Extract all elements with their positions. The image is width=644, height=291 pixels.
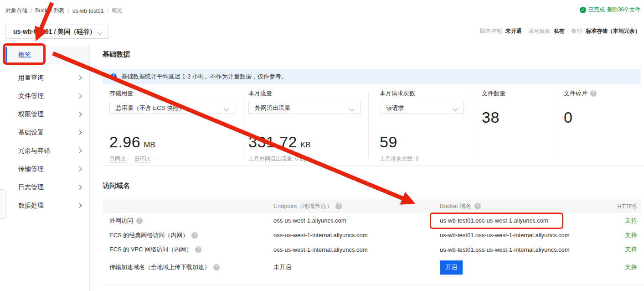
col-https: HTTPS <box>595 203 641 210</box>
sidebar-item-files[interactable]: 文件管理 <box>0 87 89 105</box>
sidebar-item-overview[interactable]: 概览 <box>0 46 89 64</box>
chevron-right-icon <box>77 76 81 80</box>
row-label: 外网访问 <box>109 217 133 225</box>
chevron-down-icon <box>225 106 229 110</box>
footnote-value: -- <box>127 156 131 162</box>
card-footnote: 月同比 -- 日环比 -- <box>109 155 235 163</box>
sidebar-item-label: 文件管理 <box>18 92 44 100</box>
sidebar-item-label: 概览 <box>18 51 31 59</box>
collapsed-panel-handle[interactable] <box>0 189 6 218</box>
bucket-domain-value: us-wb-test01.oss-us-west-1-internal.aliy… <box>440 246 595 253</box>
meta-label-acl: 读写权限 <box>528 27 550 35</box>
row-label: ECS 的经典网络访问（内网） <box>109 231 188 239</box>
bucket-selector[interactable]: us-wb-test01 / 美国（硅谷） <box>5 25 108 39</box>
help-icon[interactable]: ? <box>474 203 481 209</box>
dropdown-value: 总用量（不含 ECS 快照） <box>116 104 185 112</box>
chevron-right-icon <box>77 149 81 153</box>
table-row-transfer-acceleration: 传输加速域名（全地域上传下载加速） ? 未开启 开启 支持 <box>103 259 641 275</box>
sidebar-item-transfer[interactable]: 传输管理 <box>0 160 89 178</box>
breadcrumb-current-overview: 概览 <box>112 7 123 15</box>
storage-usage-dropdown[interactable]: 总用量（不含 ECS 快照） <box>109 102 235 114</box>
bucket-domain-value: us-wb-test01.oss-us-west-1.aliyuncs.com <box>440 217 595 224</box>
help-icon[interactable]: ? <box>213 264 220 270</box>
section-divider <box>103 165 644 166</box>
storage-usage-unit: MB <box>144 140 155 150</box>
card-fragments: 文件碎片 ? 0 <box>564 89 597 126</box>
chevron-down-icon <box>98 30 103 34</box>
info-banner: i 基础数据统计平均延迟 1-2 小时。不作为计量数据，仅作参考。 <box>103 69 641 84</box>
sidebar-item-label: 基础设置 <box>18 129 44 137</box>
help-icon[interactable]: ? <box>136 218 143 224</box>
traffic-value: 331.72 <box>248 133 297 151</box>
footnote-term-dod: 日环比 <box>134 156 150 163</box>
traffic-unit: KB <box>300 140 311 150</box>
domains-table-header: Endpoint（地域节点） ? Bucket 域名 ? HTTPS <box>103 199 641 213</box>
requests-dropdown[interactable]: 读请求 <box>380 102 464 114</box>
task-toast: ✓ 已完成 删除36个文件 <box>580 6 640 14</box>
footnote-value: -- <box>152 156 155 162</box>
bucket-meta: 版本控制 未开通 读写权限 私有 类型 标准存储（本地冗余） <box>480 27 640 35</box>
sidebar-item-logging[interactable]: 日志管理 <box>0 178 89 197</box>
card-divider <box>368 92 369 158</box>
file-count-value: 38 <box>482 109 500 126</box>
sidebar-item-data-processing[interactable]: 数据处理 <box>0 197 89 215</box>
chevron-down-icon <box>350 106 355 110</box>
bucket-selector-value: us-wb-test01 / 美国（硅谷） <box>13 28 96 36</box>
https-support: 支持 <box>595 245 641 254</box>
col-bucket-domain: Bucket 域名 <box>440 202 471 210</box>
dropdown-value: 读请求 <box>386 104 404 112</box>
chevron-down-icon <box>453 106 458 110</box>
card-storage-usage: 存储用量 总用量（不含 ECS 快照） 2.96 MB 月同比 -- 日环比 -… <box>109 89 235 163</box>
help-icon[interactable]: ? <box>335 203 342 209</box>
row-label: 传输加速域名（全地域上传下载加速） <box>109 263 210 271</box>
card-title: 文件碎片 <box>564 89 587 98</box>
acceleration-status: 未开启 <box>273 263 440 271</box>
help-icon[interactable]: ? <box>590 90 597 97</box>
bottom-divider <box>103 285 644 285</box>
sidebar-item-label: 用量查询 <box>18 74 44 82</box>
help-icon[interactable]: ? <box>191 232 198 239</box>
sidebar-item-permissions[interactable]: 权限管理 <box>0 105 89 124</box>
info-icon: i <box>110 73 117 80</box>
card-monthly-requests: 本月请求次数 读请求 59 上月请求次数: 0 <box>380 89 464 163</box>
traffic-dropdown[interactable]: 外网流出流量 <box>248 102 361 114</box>
chevron-right-icon <box>77 186 81 189</box>
dropdown-value: 外网流出流量 <box>255 104 290 112</box>
stats-cards: 存储用量 总用量（不含 ECS 快照） 2.96 MB 月同比 -- 日环比 -… <box>103 89 644 165</box>
card-title: 文件数量 <box>482 89 505 98</box>
meta-label-type: 类型 <box>571 27 582 35</box>
sidebar-item-usage[interactable]: 用量查询 <box>0 69 89 87</box>
breadcrumb-object-storage[interactable]: 对象存储 <box>5 7 27 15</box>
card-monthly-traffic: 本月流量 外网流出流量 331.72 KB 上月外网流出流量: 0 Byte <box>248 89 361 163</box>
basic-data-title: 基础数据 <box>103 50 130 59</box>
sidebar-item-redundancy[interactable]: 冗余与容错 <box>0 142 89 160</box>
sidebar-item-label: 传输管理 <box>18 165 44 173</box>
card-footnote: 上月请求次数: 0 <box>380 155 464 163</box>
sidebar-item-label: 冗余与容错 <box>18 147 50 155</box>
requests-value: 59 <box>380 133 397 151</box>
row-label: ECS 的 VPC 网络访问（内网） <box>109 245 192 254</box>
card-divider <box>243 92 243 158</box>
toast-action-link[interactable]: 删除36个文件 <box>607 6 640 14</box>
breadcrumb-separator: / <box>31 8 32 14</box>
breadcrumb-bucket-name[interactable]: us-wb-test01 <box>72 8 104 14</box>
endpoint-value: oss-us-west-1-internal.aliyuncs.com <box>273 246 440 253</box>
breadcrumb-bucket-list[interactable]: Bucket 列表 <box>35 7 64 15</box>
https-support: 支持 <box>595 217 641 225</box>
sidebar-item-label: 权限管理 <box>18 110 44 119</box>
https-support: 支持 <box>595 231 641 239</box>
enable-acceleration-button[interactable]: 开启 <box>440 260 463 275</box>
card-file-count: 文件数量 38 <box>482 89 505 126</box>
chevron-right-icon <box>77 131 81 135</box>
footnote-term-mom: 月同比 <box>109 156 126 163</box>
breadcrumb-separator: / <box>67 8 69 14</box>
check-circle-icon: ✓ <box>580 7 586 13</box>
sidebar-item-basic-settings[interactable]: 基础设置 <box>0 124 89 142</box>
endpoint-value: oss-us-west-1-internal.aliyuncs.com <box>273 232 440 239</box>
chevron-right-icon <box>77 204 81 208</box>
fragments-value: 0 <box>564 109 572 126</box>
help-icon[interactable]: ? <box>195 246 201 253</box>
breadcrumb-separator: / <box>107 8 108 14</box>
endpoint-value: oss-us-west-1.aliyuncs.com <box>273 217 440 224</box>
toast-status: 已完成 <box>588 6 605 14</box>
